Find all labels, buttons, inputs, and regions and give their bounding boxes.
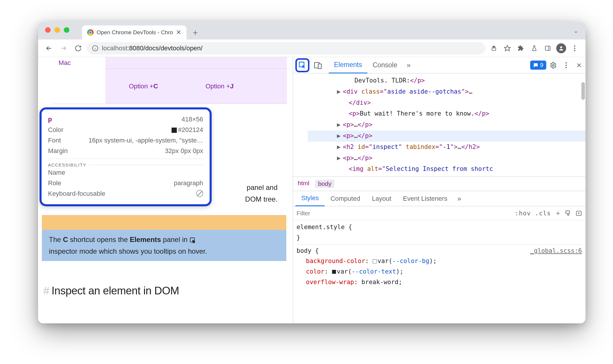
- section-heading: #Inspect an element in DOM: [43, 285, 179, 297]
- svg-rect-14: [318, 64, 321, 68]
- page-viewport: Mac Option + C Option + J panel and DOM …: [38, 57, 293, 323]
- back-button[interactable]: [43, 42, 55, 54]
- tooltip-name-label: Name: [48, 169, 65, 176]
- tooltip-margin-label: Margin: [48, 147, 68, 155]
- svg-point-15: [552, 64, 554, 66]
- svg-point-17: [566, 64, 567, 66]
- tooltip-margin-value: 32px 0px 0px: [165, 147, 203, 155]
- svg-point-9: [574, 47, 575, 49]
- extensions-icon[interactable]: [515, 42, 527, 54]
- tab-elements[interactable]: Elements: [329, 57, 367, 73]
- tooltip-font-label: Font: [48, 137, 61, 144]
- tab-event-listeners[interactable]: Event Listeners: [397, 191, 453, 206]
- window-maximize-button[interactable]: [64, 27, 69, 33]
- page-text-fragment: DOM tree.: [245, 195, 278, 203]
- table-os-label: Mac: [53, 57, 105, 70]
- svg-point-18: [566, 67, 567, 68]
- inspect-tooltip: p 418×56 Color #202124 Font 16px system-…: [40, 107, 212, 206]
- tab-styles[interactable]: Styles: [295, 191, 325, 206]
- url-host: localhost: [102, 44, 127, 52]
- not-focusable-icon: [196, 190, 203, 197]
- tooltip-keyboard-focusable-label: Keyboard-focusable: [48, 190, 105, 198]
- svg-point-8: [574, 45, 575, 46]
- forward-button[interactable]: [57, 42, 70, 54]
- svg-point-10: [574, 50, 575, 51]
- tooltip-a11y-heading: ACCESSIBILITY: [48, 159, 203, 167]
- dom-breadcrumbs[interactable]: html body: [293, 176, 585, 191]
- url-path: :8080/docs/devtools/open/: [127, 44, 203, 52]
- bookmark-star-icon[interactable]: [501, 42, 513, 54]
- tab-close-icon[interactable]: ✕: [176, 29, 181, 36]
- styles-pane[interactable]: element.style { } _global.scss:6 body { …: [293, 220, 585, 289]
- dom-tree[interactable]: DevTools. TLDR:</p> ▶<div class="aside a…: [293, 73, 585, 176]
- issues-badge[interactable]: 9: [530, 61, 546, 70]
- color-swatch-icon: [172, 128, 177, 133]
- style-tabs-more-icon[interactable]: »: [453, 195, 465, 203]
- chrome-favicon-icon: [87, 29, 94, 36]
- stylesheet-source-link[interactable]: _global.scss:6: [530, 246, 582, 256]
- chrome-menu-icon[interactable]: [569, 42, 581, 54]
- tab-console[interactable]: Console: [367, 57, 403, 73]
- tooltip-color-label: Color: [48, 126, 64, 134]
- color-swatch-icon[interactable]: [373, 259, 377, 263]
- site-info-icon[interactable]: [92, 45, 98, 51]
- crumb-body[interactable]: body: [315, 180, 335, 188]
- hov-toggle[interactable]: :hov: [515, 210, 531, 217]
- styles-filter-input[interactable]: [297, 210, 511, 217]
- address-bar[interactable]: localhost:8080/docs/devtools/open/: [87, 42, 485, 54]
- tooltip-font-value: 16px system-ui, -apple-system, "syste…: [88, 137, 203, 144]
- tabs-overflow-icon[interactable]: ⌄: [573, 27, 578, 34]
- svg-rect-20: [576, 211, 581, 215]
- share-icon[interactable]: [488, 42, 500, 54]
- styles-filter-row: :hov .cls: [293, 206, 585, 220]
- paint-brush-icon[interactable]: [565, 210, 571, 217]
- devtools-menu-icon[interactable]: [562, 61, 570, 69]
- svg-point-7: [560, 46, 562, 48]
- profile-avatar[interactable]: [555, 42, 567, 54]
- settings-gear-icon[interactable]: [549, 61, 557, 69]
- styles-tabbar: Styles Computed Layout Event Listeners »: [293, 191, 585, 206]
- browser-tab[interactable]: Open Chrome DevTools - Chro ✕: [82, 25, 186, 40]
- tooltip-role-value: paragraph: [174, 179, 203, 187]
- shortcut-option-j: Option + J: [181, 69, 258, 104]
- window-titlebar: Open Chrome DevTools - Chro ✕ ＋ ⌄: [38, 22, 585, 40]
- window-minimize-button[interactable]: [54, 27, 60, 33]
- new-style-rule-icon[interactable]: [555, 210, 561, 216]
- svg-rect-19: [566, 211, 570, 213]
- tooltip-dimensions: 418×56: [181, 116, 203, 123]
- tab-title: Open Chrome DevTools - Chro: [97, 29, 173, 36]
- devtools-close-icon[interactable]: [575, 61, 583, 69]
- svg-point-16: [566, 62, 567, 63]
- shortcut-option-c: Option + C: [105, 69, 181, 104]
- browser-toolbar: localhost:8080/docs/devtools/open/: [38, 40, 585, 57]
- device-toolbar-button[interactable]: [312, 59, 324, 71]
- toggle-panel-icon[interactable]: [576, 210, 582, 217]
- tabs-more-icon[interactable]: »: [403, 61, 415, 69]
- crumb-html[interactable]: html: [298, 180, 309, 188]
- tooltip-color-value: #202124: [172, 126, 203, 134]
- side-panel-icon[interactable]: [542, 42, 554, 54]
- tooltip-element-tag: p: [48, 116, 52, 123]
- tab-layout[interactable]: Layout: [366, 191, 397, 206]
- cls-toggle[interactable]: .cls: [535, 210, 551, 217]
- reload-button[interactable]: [72, 42, 84, 54]
- labs-icon[interactable]: [528, 42, 540, 54]
- devtools-tabbar: Elements Console » 9: [293, 57, 585, 73]
- tab-computed[interactable]: Computed: [325, 191, 366, 206]
- inspected-paragraph-highlight: The C shortcut opens the Elements panel …: [42, 215, 286, 261]
- svg-rect-5: [545, 46, 550, 50]
- inspect-inline-icon: [189, 237, 196, 243]
- window-close-button[interactable]: [45, 27, 51, 33]
- tooltip-role-label: Role: [48, 179, 61, 187]
- inspect-element-button[interactable]: [295, 58, 309, 72]
- page-text-fragment: panel and: [247, 183, 278, 191]
- devtools-panel: Elements Console » 9 DevTools. TLDR:</p>…: [293, 57, 585, 323]
- color-swatch-icon[interactable]: [332, 270, 336, 274]
- new-tab-button[interactable]: ＋: [189, 27, 201, 38]
- svg-marker-4: [504, 45, 510, 51]
